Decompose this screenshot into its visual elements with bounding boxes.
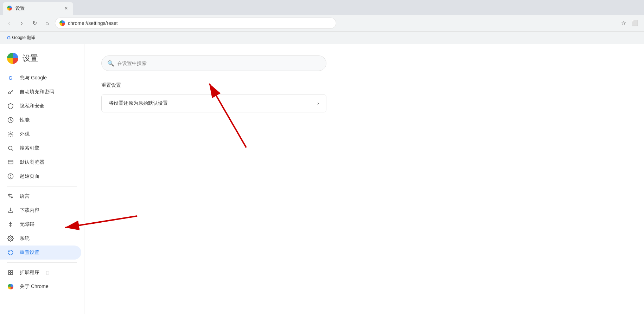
sidebar-item-accessibility[interactable]: 无障碍 bbox=[0, 217, 81, 231]
tab-close-button[interactable]: ✕ bbox=[63, 6, 69, 11]
google-translate-bookmark[interactable]: G Google 翻译 bbox=[4, 33, 38, 42]
forward-button[interactable]: › bbox=[17, 18, 27, 28]
svg-point-8 bbox=[10, 222, 11, 223]
external-link-icon: ⬚ bbox=[46, 270, 49, 275]
restore-defaults-label: 将设置还原为原始默认设置 bbox=[109, 100, 168, 106]
sidebar-item-autofill[interactable]: 自动填充和密码 bbox=[0, 85, 81, 99]
sidebar-item-privacy[interactable]: 隐私和安全 bbox=[0, 99, 81, 113]
back-button[interactable]: ‹ bbox=[4, 18, 14, 28]
bookmarks-bar: G Google 翻译 bbox=[0, 32, 644, 44]
sidebar-item-startup[interactable]: 起始页面 bbox=[0, 169, 81, 183]
address-favicon bbox=[59, 20, 65, 26]
svg-rect-13 bbox=[11, 273, 13, 275]
sidebar-item-languages[interactable]: 语言 bbox=[0, 189, 81, 203]
key-icon bbox=[7, 89, 14, 96]
sidebar-divider-2 bbox=[7, 262, 77, 263]
sidebar-item-label: 外观 bbox=[20, 131, 30, 137]
svg-rect-4 bbox=[8, 160, 13, 164]
download-icon bbox=[7, 207, 14, 214]
svg-rect-12 bbox=[8, 273, 10, 275]
sidebar-item-label: 系统 bbox=[20, 235, 30, 242]
sidebar-item-label: 下载内容 bbox=[20, 207, 39, 214]
svg-point-3 bbox=[8, 146, 12, 150]
sidebar-item-google[interactable]: G 您与 Google bbox=[0, 71, 81, 85]
toolbar: ‹ › ↻ ⌂ chrome://settings/reset ☆ ⬜ bbox=[0, 15, 644, 32]
sidebar-item-label: 性能 bbox=[20, 117, 30, 123]
address-text: chrome://settings/reset bbox=[68, 20, 118, 26]
home-button[interactable]: ⌂ bbox=[42, 18, 52, 28]
svg-point-2 bbox=[10, 133, 12, 135]
active-tab[interactable]: 设置 ✕ bbox=[3, 2, 73, 15]
sidebar-title: 设置 bbox=[23, 53, 38, 64]
sidebar-item-search[interactable]: 搜索引擎 bbox=[0, 141, 81, 155]
sidebar-item-label: 语言 bbox=[20, 193, 30, 199]
search-engine-icon bbox=[7, 145, 14, 152]
sidebar-item-system[interactable]: 系统 bbox=[0, 231, 81, 246]
chrome-logo bbox=[7, 53, 18, 64]
languages-icon bbox=[7, 193, 14, 200]
sidebar-divider bbox=[7, 186, 77, 187]
sidebar-item-extensions[interactable]: 扩展程序 ⬚ bbox=[0, 266, 81, 280]
performance-icon bbox=[7, 117, 14, 124]
chevron-right-icon: › bbox=[317, 100, 319, 106]
about-label: 关于 Chrome bbox=[20, 283, 49, 290]
svg-point-7 bbox=[10, 177, 11, 178]
sidebar-item-label: 隐私和安全 bbox=[20, 103, 44, 109]
browser-icon bbox=[7, 159, 14, 166]
reset-icon bbox=[7, 249, 14, 256]
sidebar-item-performance[interactable]: 性能 bbox=[0, 113, 81, 127]
sidebar-item-label: 起始页面 bbox=[20, 173, 39, 179]
extensions-label: 扩展程序 bbox=[20, 269, 39, 276]
content-area: 🔍 重置设置 将设置还原为原始默认设置 › bbox=[84, 44, 644, 314]
bookmark-button[interactable]: ☆ bbox=[619, 18, 629, 28]
svg-rect-11 bbox=[11, 270, 13, 272]
tab-bar: 设置 ✕ bbox=[0, 0, 644, 15]
accessibility-icon bbox=[7, 221, 14, 228]
appearance-icon bbox=[7, 131, 14, 138]
extensions-icon bbox=[7, 269, 14, 276]
tab-favicon bbox=[7, 6, 13, 11]
google-icon: G bbox=[7, 35, 11, 40]
google-translate-label: Google 翻译 bbox=[12, 35, 35, 41]
address-bar[interactable]: chrome://settings/reset bbox=[55, 18, 336, 29]
sidebar-item-label: 默认浏览器 bbox=[20, 159, 44, 165]
main-content: 设置 G 您与 Google 自动填充和密码 隐私和安全 性能 bbox=[0, 44, 644, 314]
sidebar-item-label: 自动填充和密码 bbox=[20, 89, 54, 95]
sidebar-item-label: 无障碍 bbox=[20, 221, 34, 228]
svg-rect-10 bbox=[8, 270, 10, 272]
sidebar: 设置 G 您与 Google 自动填充和密码 隐私和安全 性能 bbox=[0, 44, 84, 314]
sidebar-item-about[interactable]: 关于 Chrome bbox=[0, 280, 81, 294]
sidebar-item-label: 您与 Google bbox=[20, 75, 47, 81]
startup-icon bbox=[7, 173, 14, 180]
search-input[interactable] bbox=[117, 60, 320, 66]
system-icon bbox=[7, 235, 14, 242]
sidebar-item-appearance[interactable]: 外观 bbox=[0, 127, 81, 141]
search-box[interactable]: 🔍 bbox=[101, 55, 326, 71]
search-icon: 🔍 bbox=[107, 60, 114, 67]
svg-point-9 bbox=[10, 238, 12, 240]
sidebar-item-downloads[interactable]: 下载内容 bbox=[0, 203, 81, 217]
restore-defaults-item[interactable]: 将设置还原为原始默认设置 › bbox=[102, 94, 326, 112]
sidebar-item-label: 重置设置 bbox=[20, 249, 39, 256]
reset-card: 将设置还原为原始默认设置 › bbox=[101, 94, 326, 112]
shield-icon bbox=[7, 103, 14, 110]
reload-button[interactable]: ↻ bbox=[30, 18, 39, 28]
sidebar-header: 设置 bbox=[0, 50, 84, 71]
extensions-button[interactable]: ⬜ bbox=[630, 18, 640, 28]
chrome-about-icon bbox=[7, 283, 14, 290]
svg-point-0 bbox=[8, 92, 11, 94]
section-title: 重置设置 bbox=[101, 82, 627, 89]
tab-title: 设置 bbox=[15, 5, 60, 12]
toolbar-right: ☆ ⬜ bbox=[619, 18, 640, 28]
sidebar-item-label: 搜索引擎 bbox=[20, 145, 39, 151]
google-icon: G bbox=[7, 74, 14, 81]
sidebar-item-reset[interactable]: 重置设置 bbox=[0, 246, 81, 260]
sidebar-item-default-browser[interactable]: 默认浏览器 bbox=[0, 155, 81, 169]
